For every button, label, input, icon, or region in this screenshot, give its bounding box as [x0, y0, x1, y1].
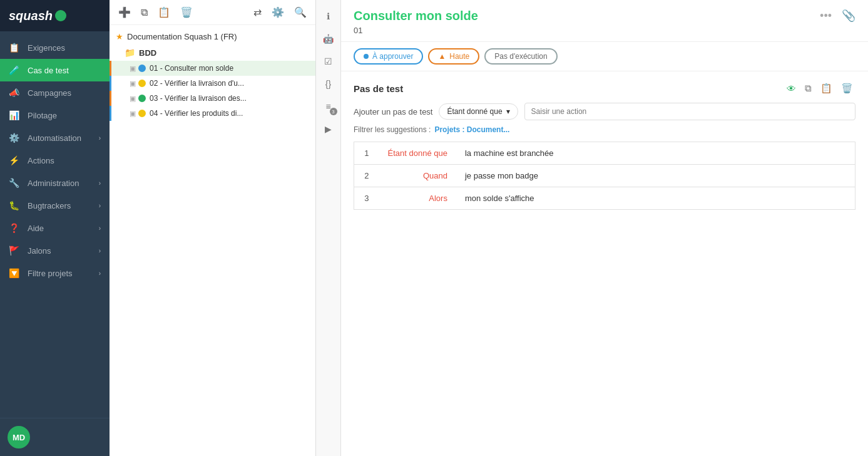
tree-folder[interactable]: 📁 BDD	[110, 44, 315, 61]
priority-badge[interactable]: ▲ Haute	[428, 48, 479, 65]
expand-icon: ▣	[130, 80, 136, 88]
toolbar-clipboard-btn[interactable]: 📋	[155, 5, 173, 19]
content-number: 01	[354, 26, 478, 35]
copy-step-btn[interactable]: ⧉	[802, 81, 814, 95]
nav-label-administration: Administration	[28, 179, 79, 188]
add-step-label: Ajouter un pas de test	[354, 107, 432, 117]
steps-header: Pas de test 👁 ⧉ 📋 🗑️	[354, 81, 855, 95]
nav-label-jalons: Jalons	[28, 246, 51, 256]
sidebar-item-filtre-projets[interactable]: 🔽 Filtre projets ›	[0, 262, 110, 284]
tree-item-label: 02 - Vérifier la livraison d'u...	[150, 79, 244, 88]
project-name: Documentation Squash 1 (FR)	[127, 32, 237, 41]
toolbar-copy-btn[interactable]: ⧉	[138, 6, 150, 19]
logo-icon	[55, 10, 66, 21]
delete-step-btn[interactable]: 🗑️	[839, 81, 855, 95]
tree-item[interactable]: ▣ 02 - Vérifier la livraison d'u...	[110, 76, 315, 91]
table-row: 1 Étant donné que la machine est branché…	[354, 142, 855, 165]
nav-icon-cas-de-test: 🧪	[9, 65, 21, 75]
toolbar-add-btn[interactable]: ➕	[116, 5, 133, 19]
nav-arrow-aide: ›	[99, 225, 101, 232]
filter-value[interactable]: Projets : Document...	[434, 125, 509, 134]
nav-label-pilotage: Pilotage	[28, 111, 57, 120]
view-btn[interactable]: 👁	[784, 81, 799, 95]
table-row: 2 Quand je passe mon badge	[354, 165, 855, 187]
steps-toolbar: 👁 ⧉ 📋 🗑️	[784, 81, 855, 95]
step-text: mon solde s'affiche	[456, 187, 855, 210]
avatar[interactable]: MD	[8, 426, 30, 448]
nav-arrow-bugtrackers: ›	[99, 202, 101, 209]
nav-arrow-filtre-projets: ›	[99, 270, 101, 277]
nav-label-aide: Aide	[28, 224, 44, 233]
nav-label-cas-de-test: Cas de test	[28, 66, 69, 75]
toolbar-transfer-btn[interactable]: ⇄	[251, 5, 264, 19]
nav-icon-jalons: 🚩	[9, 246, 21, 256]
nav-label-automatisation: Automatisation	[28, 133, 81, 143]
step-text: la machine est branchée	[456, 142, 855, 165]
paste-step-btn[interactable]: 📋	[818, 81, 835, 95]
nav-icon-aide: ❓	[9, 223, 21, 233]
nav-icon-administration: 🔧	[9, 178, 21, 188]
toolbar-delete-btn[interactable]: 🗑️	[178, 5, 195, 19]
execution-label: Pas d'exécution	[494, 52, 547, 61]
filter-label: Filtrer les suggestions :	[354, 125, 431, 134]
execution-badge[interactable]: Pas d'exécution	[484, 48, 557, 65]
header-left: Consulter mon solde 01	[354, 9, 478, 35]
star-icon: ★	[116, 32, 123, 41]
side-icon-code[interactable]: {}	[319, 74, 339, 94]
sidebar-item-automatisation[interactable]: ⚙️ Automatisation ›	[0, 127, 110, 149]
filter-row: Filtrer les suggestions : Projets : Docu…	[354, 125, 855, 134]
tree-project[interactable]: ★ Documentation Squash 1 (FR)	[110, 29, 315, 44]
nav-arrow-jalons: ›	[99, 247, 101, 254]
tree-item[interactable]: ▣ 01 - Consulter mon solde	[110, 61, 315, 76]
sidebar-item-exigences[interactable]: 📋 Exigences	[0, 36, 110, 59]
sidebar-item-jalons[interactable]: 🚩 Jalons ›	[0, 239, 110, 262]
sidebar-item-aide[interactable]: ❓ Aide ›	[0, 217, 110, 239]
logo: squash	[0, 0, 110, 31]
priority-icon: ▲	[438, 52, 446, 61]
side-icon-list[interactable]: ≡	[319, 96, 339, 117]
step-keyword: Alors	[379, 187, 456, 210]
side-icon-robot[interactable]: 🤖	[319, 29, 339, 49]
sidebar-footer: MD	[0, 418, 110, 456]
content-header: Consulter mon solde 01 ••• 📎	[341, 0, 868, 42]
nav-icon-campagnes: 📣	[9, 88, 21, 98]
chevron-down-icon: ▾	[506, 107, 510, 116]
sidebar-item-bugtrackers[interactable]: 🐛 Bugtrackers ›	[0, 194, 110, 217]
step-type-select[interactable]: Étant donné que ▾	[439, 103, 518, 120]
nav-icon-exigences: 📋	[9, 43, 21, 53]
nav-arrow-automatisation: ›	[99, 135, 101, 142]
step-action-input[interactable]	[524, 103, 855, 120]
side-icon-play[interactable]: ▶	[319, 119, 339, 139]
more-icon[interactable]: •••	[820, 9, 832, 23]
tree-item[interactable]: ▣ 04 - Vérifier les produits di...	[110, 106, 315, 121]
expand-icon: ▣	[130, 110, 136, 118]
tree-item[interactable]: ▣ 03 - Vérifier la livraison des...	[110, 91, 315, 106]
status-dot	[364, 54, 369, 59]
sidebar-item-actions[interactable]: ⚡ Actions	[0, 149, 110, 172]
side-icon-check[interactable]: ☑	[319, 51, 339, 71]
left-bar	[110, 76, 111, 91]
toolbar-top: ➕ ⧉ 📋 🗑️ ⇄ ⚙️ 🔍	[110, 0, 315, 25]
tree-panel: ➕ ⧉ 📋 🗑️ ⇄ ⚙️ 🔍 ★ Documentation Squash 1…	[110, 0, 316, 456]
nav-icon-filtre-projets: 🔽	[9, 268, 21, 278]
priority-label: Haute	[449, 52, 469, 61]
toolbar-settings-btn[interactable]: ⚙️	[269, 5, 287, 19]
sidebar: squash 📋 Exigences 🧪 Cas de test 📣 Campa…	[0, 0, 110, 456]
nav-icon-actions: ⚡	[9, 155, 21, 165]
sidebar-item-pilotage[interactable]: 📊 Pilotage	[0, 104, 110, 127]
badges-row: À approuver ▲ Haute Pas d'exécution	[341, 42, 868, 71]
step-number: 1	[354, 142, 379, 165]
sidebar-item-campagnes[interactable]: 📣 Campagnes	[0, 81, 110, 104]
sidebar-nav: 📋 Exigences 🧪 Cas de test 📣 Campagnes 📊 …	[0, 31, 110, 418]
sidebar-item-cas-de-test[interactable]: 🧪 Cas de test	[0, 59, 110, 81]
header-actions: ••• 📎	[820, 9, 855, 23]
step-number: 3	[354, 187, 379, 210]
sidebar-item-administration[interactable]: 🔧 Administration ›	[0, 172, 110, 194]
status-badge[interactable]: À approuver	[354, 48, 423, 65]
nav-label-actions: Actions	[28, 156, 54, 165]
toolbar-search-btn[interactable]: 🔍	[292, 5, 309, 19]
attach-icon[interactable]: 📎	[842, 9, 855, 23]
step-number: 2	[354, 165, 379, 187]
step-type-label: Étant donné que	[447, 107, 502, 116]
side-icon-info[interactable]: ℹ	[319, 6, 339, 26]
